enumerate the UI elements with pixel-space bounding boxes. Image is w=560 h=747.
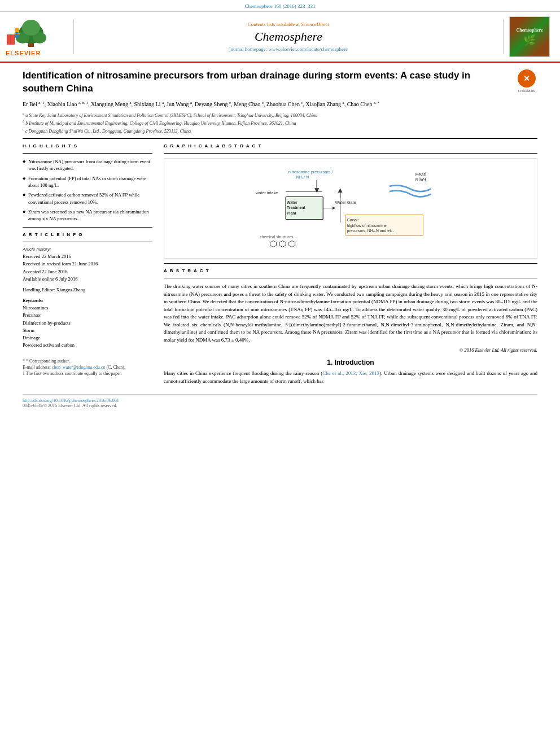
right-column: G R A P H I C A L A B S T R A C T Pearl …	[164, 143, 537, 353]
introduction-heading: 1. Introduction	[164, 359, 537, 366]
accepted-date: Accepted 22 June 2016	[23, 268, 152, 276]
article-title: Identification of nitrosamine precursors…	[23, 69, 509, 95]
ga-bottom-rule	[164, 263, 537, 264]
svg-rect-11	[18, 33, 20, 34]
graphical-abstract-heading: G R A P H I C A L A B S T R A C T	[164, 143, 537, 148]
svg-point-4	[22, 20, 40, 36]
affiliation-a: a a State Key Joint Laboratory of Enviro…	[23, 111, 537, 118]
svg-text:precursors, NH₄-N and etc.: precursors, NH₄-N and etc.	[347, 229, 394, 233]
highlight-item-4: Ziram was screened as a new NA precursor…	[23, 208, 152, 222]
journal-header-center: Contents lists available at ScienceDirec…	[73, 19, 504, 54]
doi-link[interactable]: http://dx.doi.org/10.1016/j.chemosphere.…	[23, 398, 537, 403]
svg-text:highflow of nitrosamine: highflow of nitrosamine	[347, 224, 387, 228]
intro-left-spacer: * * Corresponding author. E-mail address…	[23, 359, 152, 385]
elsevier-logo: ELSEVIER	[6, 18, 56, 56]
graphical-abstract-section: G R A P H I C A L A B S T R A C T Pearl …	[164, 143, 537, 259]
article-dates: Received 22 March 2016 Received in revis…	[23, 253, 152, 283]
authors-line: Er Bei a, 1, Xiaobin Liao a, b, 1, Xiang…	[23, 100, 537, 109]
crossmark-label: CrossMark	[518, 89, 535, 93]
article-history-label: Article history:	[23, 247, 152, 252]
homepage-url[interactable]: www.elsevier.com/locate/chemosphere	[269, 46, 348, 52]
journal-homepage: journal homepage: www.elsevier.com/locat…	[85, 46, 492, 52]
svg-text:Water Gate: Water Gate	[335, 200, 356, 205]
keywords-label: Keywords:	[23, 297, 152, 304]
citation-text: Chemosphere 160 (2016) 323–331	[244, 3, 315, 9]
elsevier-brand-text: ELSEVIER	[6, 50, 41, 56]
keyword-6: Powdered activated carbon	[23, 342, 152, 349]
svg-text:nitrosamine precursors /: nitrosamine precursors /	[288, 169, 334, 174]
keyword-4: Storm	[23, 327, 152, 334]
ref-che: Che et al., 2013; Xie, 2013	[322, 370, 379, 376]
highlight-item-1: Nitrosamine (NA) precursors from drainag…	[23, 158, 152, 172]
svg-text:Canal:: Canal:	[347, 218, 359, 223]
thumb-icon: 🌿	[523, 34, 536, 46]
journal-cover-thumb-area: Chemosphere 🌿	[504, 16, 554, 57]
amounts-word: amounts	[251, 378, 269, 384]
article-info-heading: A R T I C L E I N F O	[23, 232, 152, 237]
thumb-label: Chemosphere	[517, 28, 543, 33]
abstract-rule	[164, 278, 537, 278]
title-divider	[23, 138, 537, 139]
article-info-rule	[23, 242, 152, 242]
highlights-bottom-rule	[23, 227, 152, 228]
affiliation-b: b b Institute of Municipal and Environme…	[23, 119, 537, 126]
main-content: Identification of nitrosamine precursors…	[0, 63, 560, 415]
highlights-rule	[23, 153, 152, 154]
crossmark-area: ✕ CrossMark	[516, 69, 537, 93]
sciencedirect-link: Contents lists available at ScienceDirec…	[85, 21, 492, 27]
keyword-3: Disinfection by-products	[23, 320, 152, 327]
sciencedirect-name[interactable]: ScienceDirect	[301, 21, 329, 27]
keywords-section: Keywords: Nitrosamines Precursor Disinfe…	[23, 297, 152, 349]
handling-editor: Handling Editor: Xiangru Zhang	[23, 287, 152, 292]
svg-text:Pearl: Pearl	[415, 172, 426, 177]
elsevier-tree-icon	[6, 18, 56, 49]
issn-line: 0045-6535/© 2016 Elsevier Ltd. All right…	[23, 403, 537, 408]
journal-cover-thumbnail: Chemosphere 🌿	[509, 16, 550, 57]
svg-text:water intake: water intake	[255, 190, 278, 195]
abstract-text: The drinking water sources of many citie…	[164, 283, 537, 344]
received-revised-date: Received in revised form 21 June 2016	[23, 260, 152, 268]
svg-text:NH₄⁺N: NH₄⁺N	[296, 174, 309, 180]
crossmark-icon: ✕	[518, 69, 536, 88]
highlights-list: Nitrosamine (NA) precursors from drainag…	[23, 158, 152, 222]
keyword-5: Drainage	[23, 334, 152, 342]
svg-point-8	[15, 28, 19, 32]
received-date: Received 22 March 2016	[23, 253, 152, 261]
journal-header: ELSEVIER Contents lists available at Sci…	[0, 12, 560, 63]
highlights-heading: H I G H L I G H T S	[23, 143, 152, 148]
affiliation-c: c c Dongguan Dongjiang ShuiWu Co., Ltd.,…	[23, 127, 537, 134]
svg-rect-9	[15, 32, 19, 38]
left-column: H I G H L I G H T S Nitrosamine (NA) pre…	[23, 143, 152, 353]
corresponding-author-note: * * Corresponding author.	[23, 359, 152, 364]
intro-right: 1. Introduction Many cities in China exp…	[164, 359, 537, 385]
two-column-layout: H I G H L I G H T S Nitrosamine (NA) pre…	[23, 143, 537, 353]
elsevier-logo-area: ELSEVIER	[6, 18, 73, 56]
svg-text:chemical structures...: chemical structures...	[260, 235, 296, 239]
keyword-1: Nitrosamines	[23, 304, 152, 312]
graphical-abstract-diagram: Pearl River water intake nitrosamine pre…	[164, 158, 537, 259]
citation-bar: Chemosphere 160 (2016) 323–331	[0, 0, 560, 12]
copyright-line: © 2016 Elsevier Ltd. All rights reserved…	[164, 347, 537, 353]
svg-text:Water: Water	[287, 200, 298, 204]
journal-name: Chemosphere	[85, 29, 492, 44]
abstract-section: A B S T R A C T The drinking water sourc…	[164, 268, 537, 353]
intro-layout: * * Corresponding author. E-mail address…	[23, 359, 537, 385]
svg-text:River: River	[415, 177, 427, 182]
email-footnote: E-mail address: chen_water@tsinghua.edu.…	[23, 365, 152, 370]
ga-diagram-svg: Pearl River water intake nitrosamine pre…	[255, 163, 447, 254]
available-online-date: Available online 6 July 2016	[23, 276, 152, 283]
svg-text:Treatment: Treatment	[287, 206, 306, 210]
ga-rule	[164, 153, 537, 154]
highlight-item-2: Formation potential (FP) of total NAs in…	[23, 175, 152, 189]
article-info-section: A R T I C L E I N F O Article history: R…	[23, 232, 152, 350]
equal-contribution-note: 1 The first two authors contribute equal…	[23, 371, 152, 376]
keyword-2: Precursor	[23, 312, 152, 319]
article-title-section: Identification of nitrosamine precursors…	[23, 69, 537, 95]
svg-text:Plant: Plant	[287, 211, 297, 215]
svg-rect-10	[14, 33, 16, 34]
footer-area: http://dx.doi.org/10.1016/j.chemosphere.…	[23, 394, 537, 408]
email-link[interactable]: chen_water@tsinghua.edu.cn	[52, 365, 105, 370]
highlight-item-3: Powdered activated carbon removed 52% of…	[23, 191, 152, 206]
abstract-heading: A B S T R A C T	[164, 268, 537, 273]
introduction-text: Many cities in China experience frequent…	[164, 370, 537, 385]
